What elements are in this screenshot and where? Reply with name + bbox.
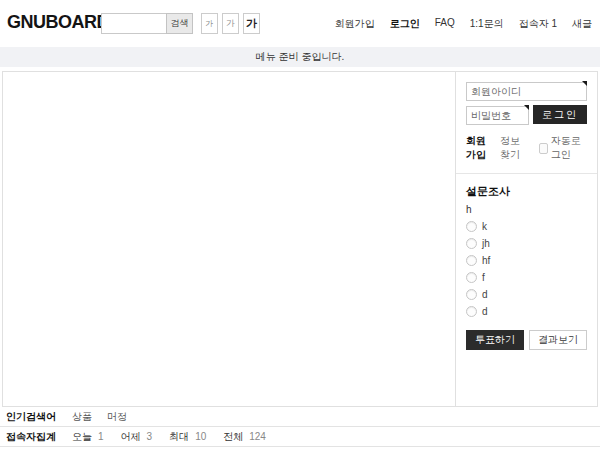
poll-option-label[interactable]: f: [482, 272, 485, 283]
font-size-controls: 가 가 가: [201, 13, 260, 34]
nav-faq[interactable]: FAQ: [435, 17, 455, 31]
poll-option-label[interactable]: d: [482, 289, 488, 300]
required-marker-icon: [524, 105, 529, 110]
popular-keyword[interactable]: 머정: [107, 407, 127, 426]
nav-inquiry[interactable]: 1:1문의: [470, 17, 504, 31]
poll-result-button[interactable]: 결과보기: [529, 330, 587, 350]
poll-option: jh: [466, 238, 587, 249]
poll-radio[interactable]: [466, 289, 477, 300]
find-info-link[interactable]: 정보찾기: [500, 134, 529, 162]
font-size-small-button[interactable]: 가: [201, 13, 218, 34]
nav-signup[interactable]: 회원가입: [335, 17, 375, 31]
poll-radio[interactable]: [466, 272, 477, 283]
nav-login[interactable]: 로그인: [390, 17, 420, 31]
stat-max: 최대10: [169, 427, 206, 446]
popular-keywords-label: 인기검색어: [6, 407, 72, 426]
member-id-input[interactable]: [466, 82, 587, 101]
popular-keywords-row: 인기검색어 상품 머정: [0, 407, 600, 427]
sidebar: 로그인 회원가입 정보찾기 자동로그인 설문조사 h k jh: [455, 72, 597, 406]
main-content-area: [3, 72, 455, 406]
font-size-medium-button[interactable]: 가: [222, 13, 239, 34]
login-button[interactable]: 로그인: [533, 105, 587, 124]
poll-option-label[interactable]: d: [482, 306, 488, 317]
stat-total: 전체124: [223, 427, 266, 446]
poll-option-label[interactable]: hf: [482, 255, 490, 266]
notice-bar: 메뉴 준비 중입니다.: [0, 47, 600, 67]
visitor-stats-label: 접속자집계: [6, 427, 72, 446]
nav-visitors[interactable]: 접속자 1: [519, 17, 557, 31]
stat-today: 오늘1: [72, 427, 104, 446]
nav-new-posts[interactable]: 새글: [572, 17, 592, 31]
stat-yesterday: 어제3: [121, 427, 153, 446]
search-input[interactable]: [101, 13, 167, 34]
vote-button[interactable]: 투표하기: [466, 330, 524, 350]
poll-radio[interactable]: [466, 306, 477, 317]
signup-link[interactable]: 회원가입: [466, 134, 495, 162]
poll-title: 설문조사: [466, 184, 587, 199]
poll-widget: 설문조사 h k jh hf f d: [466, 174, 587, 350]
header: GNUBOARD5 검색 가 가 가 회원가입 로그인 FAQ 1:1문의 접속…: [0, 0, 600, 47]
password-input[interactable]: [466, 106, 529, 125]
poll-option: f: [466, 272, 587, 283]
top-nav: 회원가입 로그인 FAQ 1:1문의 접속자 1 새글: [335, 17, 592, 31]
auto-login-label: 자동로그인: [551, 134, 587, 162]
poll-option-label[interactable]: k: [482, 221, 487, 232]
poll-option-label[interactable]: jh: [482, 238, 490, 249]
poll-subject: h: [466, 204, 587, 215]
login-form: 로그인 회원가입 정보찾기 자동로그인: [466, 81, 587, 162]
poll-option: d: [466, 289, 587, 300]
poll-option: d: [466, 306, 587, 317]
poll-radio[interactable]: [466, 221, 477, 232]
visitor-stats-row: 접속자집계 오늘1 어제3 최대10 전체124: [0, 427, 600, 447]
main-box: 로그인 회원가입 정보찾기 자동로그인 설문조사 h k jh: [2, 71, 598, 407]
poll-option: hf: [466, 255, 587, 266]
font-size-large-button[interactable]: 가: [243, 13, 260, 34]
auto-login-checkbox[interactable]: [539, 143, 548, 154]
poll-radio[interactable]: [466, 238, 477, 249]
popular-keyword[interactable]: 상품: [72, 407, 92, 426]
search-button[interactable]: 검색: [166, 13, 193, 34]
poll-option: k: [466, 221, 587, 232]
poll-radio[interactable]: [466, 255, 477, 266]
required-marker-icon: [582, 81, 587, 86]
header-search: 검색: [101, 13, 193, 34]
